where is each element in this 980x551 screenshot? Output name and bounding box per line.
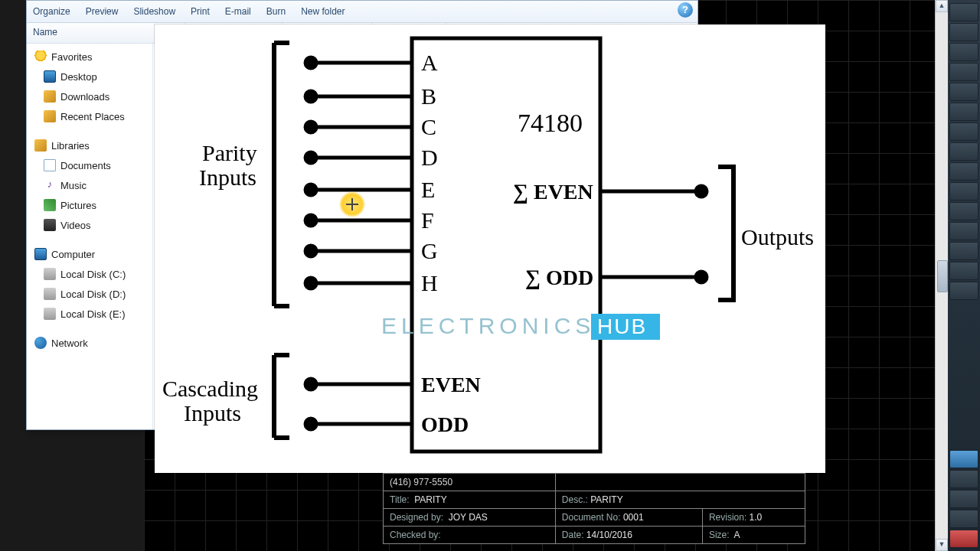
svg-text:F: F	[421, 207, 434, 233]
chip-label: 74180	[518, 109, 583, 137]
svg-text:C: C	[421, 114, 436, 139]
nav-downloads[interactable]: Downloads	[27, 86, 152, 106]
tool-button[interactable]	[949, 510, 978, 528]
star-icon	[34, 51, 47, 63]
svg-point-6	[305, 122, 316, 132]
tool-button[interactable]	[949, 262, 978, 280]
explorer-toolbar: Organize Preview Slideshow Print E-mail …	[27, 1, 697, 23]
nav-pictures[interactable]: Pictures	[27, 195, 152, 215]
tool-button[interactable]	[949, 43, 978, 61]
drive-icon	[44, 288, 56, 300]
tool-button[interactable]	[949, 470, 978, 488]
svg-text:G: G	[421, 238, 438, 263]
drive-icon	[44, 268, 56, 280]
svg-point-12	[305, 215, 316, 226]
svg-text:B: B	[421, 83, 436, 109]
newfolder-button[interactable]: New folder	[301, 6, 345, 17]
tool-button[interactable]	[949, 202, 978, 220]
svg-point-16	[305, 278, 316, 289]
desktop-icon	[44, 70, 56, 83]
nav-music[interactable]: ♪Music	[27, 175, 152, 195]
svg-text:Inputs: Inputs	[184, 400, 241, 425]
ic-74180-diagram: 74180 A B C D E F	[155, 24, 825, 473]
music-icon: ♪	[44, 179, 56, 191]
vertical-scrollbar[interactable]: ▲ ▼	[935, 0, 948, 551]
drive-icon	[44, 308, 56, 320]
libraries-icon	[34, 139, 47, 152]
svg-point-2	[305, 57, 316, 68]
svg-text:ELECTRONICS: ELECTRONICS	[381, 313, 595, 338]
photo-viewer[interactable]: 74180 A B C D E F	[155, 24, 825, 473]
svg-text:A: A	[421, 50, 438, 75]
nav-drive-d[interactable]: Local Disk (D:)	[27, 284, 152, 304]
nav-documents[interactable]: Documents	[27, 155, 152, 175]
tool-button[interactable]	[949, 242, 978, 260]
tool-button[interactable]	[949, 182, 978, 201]
email-button[interactable]: E-mail	[225, 6, 251, 17]
svg-point-14	[305, 246, 316, 256]
svg-point-38	[696, 272, 707, 282]
nav-favorites[interactable]: Favorites	[27, 47, 152, 67]
tool-button[interactable]	[949, 63, 978, 81]
svg-point-30	[305, 419, 316, 429]
svg-text:HUB: HUB	[597, 315, 647, 338]
svg-text:E: E	[421, 177, 435, 202]
nav-recent[interactable]: Recent Places	[27, 106, 152, 126]
scroll-up-button[interactable]: ▲	[936, 0, 948, 12]
title-block: (416) 977-5550 Title: PARITY Desc.: PARI…	[383, 473, 805, 548]
tool-button[interactable]	[949, 23, 978, 41]
help-icon[interactable]: ?	[678, 2, 693, 18]
tool-button[interactable]	[949, 530, 978, 548]
slideshow-button[interactable]: Slideshow	[133, 6, 175, 17]
pictures-icon	[44, 199, 56, 211]
tool-button[interactable]	[949, 122, 978, 141]
tool-button[interactable]	[949, 222, 978, 240]
svg-text:Inputs: Inputs	[199, 165, 256, 190]
svg-text:Parity: Parity	[202, 140, 257, 165]
scroll-down-button[interactable]: ▼	[936, 539, 948, 551]
nav-pane: Favorites Desktop Downloads Recent Place…	[27, 42, 153, 429]
documents-icon	[44, 159, 56, 171]
downloads-icon	[44, 90, 56, 103]
svg-text:ODD: ODD	[421, 412, 469, 436]
svg-text:D: D	[421, 145, 438, 170]
tool-button[interactable]	[949, 83, 978, 101]
phone: (416) 977-5550	[384, 474, 556, 491]
svg-text:Outputs: Outputs	[741, 224, 814, 249]
computer-icon	[34, 248, 47, 260]
tool-rail	[948, 0, 980, 551]
nav-libraries[interactable]: Libraries	[27, 135, 152, 155]
scroll-thumb[interactable]	[937, 260, 948, 292]
videos-icon	[44, 219, 56, 231]
nav-videos[interactable]: Videos	[27, 215, 152, 235]
tool-button[interactable]	[949, 450, 978, 468]
tool-button[interactable]	[949, 142, 978, 161]
svg-point-4	[305, 91, 316, 102]
tool-button[interactable]	[949, 3, 978, 21]
nav-drive-c[interactable]: Local Disk (C:)	[27, 264, 152, 284]
svg-text:∑ EVEN: ∑ EVEN	[513, 180, 593, 204]
svg-point-8	[305, 152, 316, 163]
svg-point-10	[305, 184, 316, 195]
svg-point-36	[696, 186, 707, 197]
tool-button[interactable]	[949, 103, 978, 121]
svg-text:∑ ODD: ∑ ODD	[525, 266, 593, 289]
tool-button[interactable]	[949, 490, 978, 508]
svg-text:Cascading: Cascading	[162, 376, 258, 401]
nav-computer[interactable]: Computer	[27, 244, 152, 264]
recent-icon	[44, 110, 56, 122]
nav-drive-e[interactable]: Local Disk (E:)	[27, 304, 152, 324]
svg-text:H: H	[421, 270, 438, 295]
nav-desktop[interactable]: Desktop	[27, 67, 152, 86]
network-icon	[34, 337, 47, 349]
nav-network[interactable]: Network	[27, 333, 152, 353]
svg-text:EVEN: EVEN	[421, 373, 481, 396]
burn-button[interactable]: Burn	[266, 6, 286, 17]
print-button[interactable]: Print	[191, 6, 210, 17]
cad-workspace: ▲ ▼ (416) 977-5550 Title: PARITY D	[0, 0, 980, 551]
preview-button[interactable]: Preview	[86, 6, 119, 17]
organize-button[interactable]: Organize	[33, 6, 70, 17]
svg-point-28	[305, 379, 316, 390]
tool-button[interactable]	[949, 162, 978, 181]
tool-button[interactable]	[949, 282, 978, 300]
